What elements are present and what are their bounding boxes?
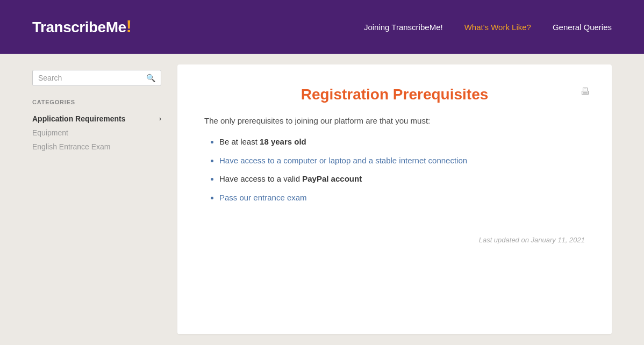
sidebar-item-equipment[interactable]: Equipment [32, 126, 161, 140]
print-icon[interactable]: 🖶 [581, 86, 590, 97]
logo-text: TranscribeMe [32, 19, 126, 36]
content-area: 🖶 Registration Prerequisites The only pr… [177, 64, 612, 334]
list-item: Pass our entrance exam [219, 192, 585, 204]
bullet-text-3a: Have access to a valid [219, 174, 302, 183]
page-title: Registration Prerequisites [204, 86, 585, 103]
list-item: Have access to a valid PayPal account [219, 173, 585, 185]
main-layout: 🔍 CATEGORIES Application Requirements › … [0, 54, 644, 345]
logo[interactable]: TranscribeMe! [32, 18, 132, 36]
site-header: TranscribeMe! Joining TranscribeMe! What… [0, 0, 644, 54]
list-item: Have access to a computer or laptop and … [219, 155, 585, 167]
bullet-text-1a: Be at least [219, 137, 260, 146]
sidebar-item-english-entrance[interactable]: English Entrance Exam [32, 140, 161, 154]
prerequisites-list: Be at least 18 years old Have access to … [204, 136, 585, 204]
sidebar-item-label: Application Requirements [32, 114, 125, 123]
main-nav: Joining TranscribeMe! What's Work Like? … [364, 23, 612, 32]
nav-general-queries[interactable]: General Queries [553, 23, 612, 32]
sidebar-item-label: Equipment [32, 128, 68, 137]
chevron-right-icon: › [159, 115, 161, 123]
logo-exclaim: ! [126, 18, 132, 35]
search-box[interactable]: 🔍 [32, 70, 161, 86]
sidebar-item-application-requirements[interactable]: Application Requirements › [32, 112, 161, 126]
nav-joining[interactable]: Joining TranscribeMe! [364, 23, 443, 32]
nav-work-like[interactable]: What's Work Like? [464, 23, 531, 32]
search-icon: 🔍 [146, 74, 155, 82]
search-input[interactable] [38, 74, 146, 82]
bullet-text-1b: 18 years old [260, 137, 306, 146]
bullet-text-2: Have access to a computer or laptop and … [219, 156, 467, 165]
bullet-text-3b: PayPal account [302, 174, 362, 183]
sidebar-item-label: English Entrance Exam [32, 142, 111, 151]
intro-text: The only prerequisites to joining our pl… [204, 116, 585, 125]
categories-label: CATEGORIES [32, 99, 161, 105]
list-item: Be at least 18 years old [219, 136, 585, 148]
bullet-text-4: Pass our entrance exam [219, 193, 307, 202]
last-updated-text: Last updated on January 11, 2021 [204, 236, 585, 244]
sidebar: 🔍 CATEGORIES Application Requirements › … [32, 64, 161, 334]
